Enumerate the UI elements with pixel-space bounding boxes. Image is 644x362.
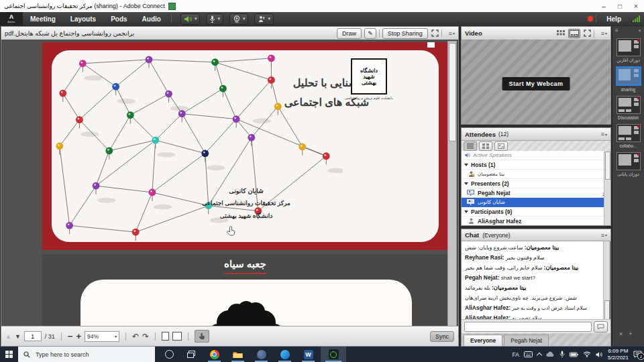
fullscreen-button[interactable]	[431, 29, 439, 37]
taskbar-clock[interactable]: 6:09 PM 5/2/2021	[608, 348, 629, 361]
stop-sharing-button[interactable]: Stop Sharing	[382, 28, 428, 39]
page-down-button[interactable]: ▼	[15, 333, 21, 340]
connection-signal-icon[interactable]	[633, 15, 640, 22]
attendee-row-presenter1[interactable]: Pegah Nejat	[462, 188, 610, 198]
attendee-row-participant1[interactable]: AliAsghar Hafez	[462, 217, 610, 225]
video-pod-options[interactable]: ≡▾	[601, 30, 607, 37]
remove-layout-button[interactable]: ×	[619, 330, 623, 337]
list-view-button[interactable]	[464, 141, 477, 151]
chat-message: Reyhane Rasi: سلام وقتتون بخیر	[465, 254, 600, 262]
attendees-list: Active Speakers Hosts (1) بیتا معصومیان …	[462, 151, 610, 225]
sync-button[interactable]: Sync	[430, 331, 454, 342]
taskbar-search-input[interactable]	[18, 347, 155, 362]
fit-width-icon[interactable]	[172, 332, 182, 341]
video-pod-title: Video	[465, 29, 553, 37]
fit-page-icon[interactable]	[162, 332, 169, 341]
chat-scrollbar[interactable]	[603, 241, 610, 322]
send-message-button[interactable]	[594, 321, 608, 333]
scrollbar-thumb[interactable]	[449, 43, 456, 141]
taskbar-adobe-connect[interactable]	[321, 347, 346, 362]
microphone-dropdown[interactable]: ▾	[217, 16, 220, 21]
speaker-button[interactable]: ▾	[180, 13, 201, 25]
microphone-button[interactable]: ▾	[206, 13, 223, 25]
menu-pods[interactable]: Pods	[103, 15, 134, 23]
scrollbar-thumb[interactable]	[604, 300, 610, 320]
layout-item-sharing-selected[interactable]: sharing	[612, 66, 644, 92]
hosts-group-row[interactable]: Hosts (1)	[462, 160, 610, 170]
layout-item-closing[interactable]: دوران پایانی	[612, 152, 644, 176]
keyboard-icon[interactable]	[524, 351, 533, 357]
chat-input[interactable]	[464, 322, 592, 332]
participants-group-row[interactable]: Participants (9)	[462, 207, 610, 217]
video-fullscreen-button[interactable]	[584, 29, 591, 37]
menu-help[interactable]: Help	[599, 15, 629, 23]
pan-tool-button[interactable]	[195, 330, 209, 343]
layouts-menu-button[interactable]: ≡	[615, 27, 619, 34]
tray-mic-icon[interactable]	[559, 351, 565, 358]
taskbar-edge[interactable]	[274, 347, 296, 362]
add-layout-button[interactable]: +	[629, 330, 632, 337]
chat-tab-private[interactable]: Pegah Nejat	[504, 335, 549, 346]
speaker-dropdown[interactable]: ▾	[195, 16, 197, 21]
rotate-right-button[interactable]: ↷	[142, 332, 149, 341]
pod-options-button[interactable]: ≡▾	[449, 30, 455, 37]
scrollbar-thumb[interactable]	[605, 152, 610, 180]
filmstrip-view-button[interactable]	[568, 29, 580, 38]
webcam-button[interactable]: ▾	[229, 13, 249, 25]
menu-lines-icon: ≡	[601, 30, 604, 37]
attendees-pod-options[interactable]: ≡▾	[601, 131, 607, 137]
layout-item-opening[interactable]: دوران آغازین	[612, 38, 644, 62]
task-view-button[interactable]	[180, 347, 202, 362]
volume-icon[interactable]	[596, 351, 603, 358]
status-view-button[interactable]	[494, 141, 508, 151]
onedrive-cloud-icon[interactable]	[546, 351, 555, 357]
layout-item-discussion[interactable]: Discussion	[612, 96, 644, 120]
layout-item-collaboration[interactable]: collabo...	[612, 124, 644, 148]
pointer-tool-button[interactable]: ✎	[364, 28, 376, 39]
presenters-group-row[interactable]: Presenters (2)	[462, 179, 610, 188]
speaker-icon	[184, 15, 193, 23]
rotate-left-button[interactable]: ↶	[132, 332, 139, 341]
attendees-scrollbar[interactable]	[604, 151, 610, 225]
zoom-in-button[interactable]: +	[76, 331, 81, 341]
menu-layouts[interactable]: Layouts	[63, 15, 103, 23]
taskbar-chrome[interactable]	[203, 347, 225, 362]
close-button[interactable]: ×	[628, 1, 644, 12]
page-number-input[interactable]	[24, 331, 42, 341]
maximize-button[interactable]: □	[612, 1, 628, 12]
draw-button[interactable]: Draw	[337, 28, 362, 39]
start-webcam-button[interactable]: Start My Webcam	[502, 77, 570, 90]
document-viewport[interactable]: آشنایی با تحلیل شبکه های اجتماعی دانشگاه…	[1, 40, 458, 326]
minimize-button[interactable]: –	[596, 1, 612, 12]
chat-message: Pegah Nejat: shall we start?	[465, 274, 600, 282]
wifi-icon[interactable]	[583, 351, 591, 357]
status-view-icon	[498, 143, 504, 149]
taskbar-app-circle[interactable]	[250, 347, 272, 362]
menu-audio[interactable]: Audio	[135, 15, 168, 23]
action-center-button[interactable]: 2	[633, 351, 642, 358]
zoom-out-button[interactable]: −	[68, 331, 73, 341]
menu-meeting[interactable]: Meeting	[23, 15, 63, 23]
chat-tab-everyone[interactable]: Everyone	[464, 335, 502, 346]
taskbar-explorer[interactable]	[227, 347, 249, 362]
grid-view-button[interactable]	[557, 30, 565, 36]
document-scrollbar[interactable]	[447, 41, 457, 326]
chat-messages[interactable]: بیتا معصومیان: ساعت شروع وپایان: شش Reyh…	[462, 241, 604, 322]
breakout-view-button[interactable]	[479, 141, 492, 151]
zoom-level-select[interactable]: 94% ▾	[85, 331, 119, 342]
language-indicator[interactable]: FA	[512, 351, 519, 358]
cortana-icon	[165, 350, 174, 359]
battery-icon[interactable]	[570, 352, 578, 357]
start-button[interactable]	[0, 347, 18, 362]
cortana-button[interactable]	[158, 347, 180, 362]
layouts-close-button[interactable]: ×	[638, 27, 641, 34]
attendee-row-host[interactable]: بیتا معصومیان	[462, 170, 610, 179]
page-up-button[interactable]: ▲	[5, 333, 11, 340]
tray-expand-icon[interactable]	[537, 352, 542, 357]
status-button[interactable]: ▾	[254, 13, 274, 25]
taskbar-word[interactable]: W	[297, 347, 319, 362]
chat-pod-options[interactable]: ≡▾	[601, 232, 607, 239]
attendee-row-presenter2-selected[interactable]: شایان کانونی	[462, 198, 610, 207]
status-dropdown[interactable]: ▾	[268, 16, 270, 21]
webcam-dropdown[interactable]: ▾	[243, 16, 246, 21]
